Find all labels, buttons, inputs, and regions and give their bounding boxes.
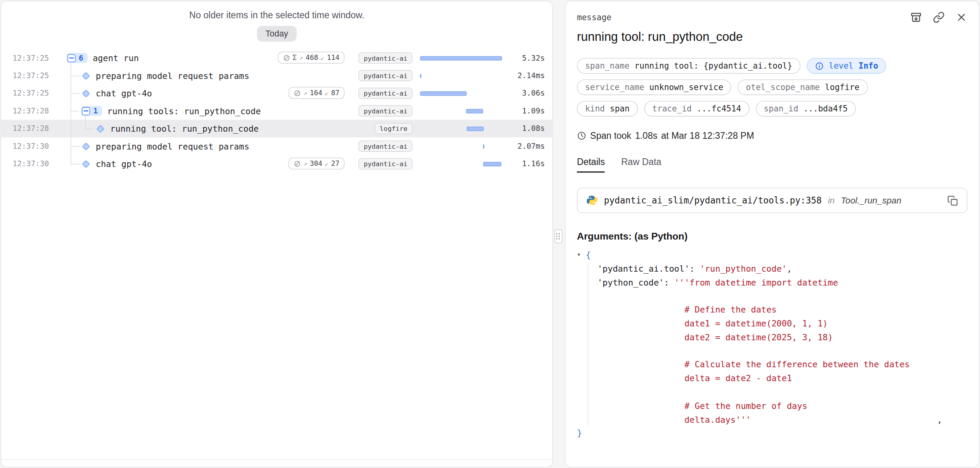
code-line: [577, 386, 967, 399]
tab-details[interactable]: Details: [577, 157, 605, 173]
code-line: 'pydantic_ai.tool': 'run_python_code',: [577, 262, 967, 276]
tokens-icon: [293, 160, 301, 167]
collapse-minus-icon: [67, 54, 76, 62]
arguments-heading: Arguments: (as Python): [577, 230, 967, 242]
timeline-bar: [467, 127, 484, 131]
attr-pill: span_id...bda4f5: [756, 101, 856, 117]
close-icon[interactable]: [955, 12, 967, 23]
span-took-prefix: Span took: [590, 130, 632, 140]
code-location-card: pydantic_ai_slim/pydantic_ai/tools.py:35…: [577, 188, 967, 213]
output-tokens-arrow-icon: ↙: [325, 160, 329, 167]
row-duration: 1.16s: [508, 159, 545, 168]
code-line: # Calculate the difference between the d…: [577, 358, 967, 372]
timeline-track: [420, 161, 502, 167]
timeline-bar: [420, 73, 421, 78]
span-diamond-icon: [82, 142, 90, 150]
row-tree-cell: 1running tools: run_python_code: [81, 106, 261, 116]
today-button[interactable]: Today: [257, 26, 297, 42]
span-name: running tool: run_python_code: [110, 123, 258, 133]
output-tokens-arrow-icon: ↙: [321, 54, 325, 61]
empty-notice: No older items in the selected time wind…: [1, 10, 552, 20]
archive-icon[interactable]: [910, 12, 922, 23]
span-name: chat gpt-4o: [96, 159, 152, 169]
row-tree-cell: running tool: run_python_code: [96, 123, 258, 133]
span-duration-line: Span took 1.08s at Mar 18 12:37:28 PM: [577, 130, 967, 140]
attr-pill: levelInfo: [807, 58, 886, 74]
copy-icon: [947, 195, 958, 206]
collapse-toggle[interactable]: 6: [67, 53, 88, 63]
info-icon: [815, 61, 824, 70]
timeline-track: [420, 126, 502, 131]
row-duration: 2.14ms: [508, 71, 545, 80]
token-badge: ↗304↙27: [288, 158, 345, 170]
child-count: 6: [79, 54, 83, 62]
attr-pill: trace_id...fc4514: [644, 101, 749, 117]
attr-key: level: [829, 61, 854, 71]
sum-icon: Σ: [293, 54, 297, 62]
tree-connector-line: [71, 76, 80, 77]
attr-key: span_id: [764, 104, 798, 113]
trace-row[interactable]: 12:37:30preparing model request paramspy…: [1, 137, 552, 155]
collapse-caret-icon[interactable]: ▾: [577, 247, 586, 261]
attr-key: trace_id: [652, 104, 691, 113]
trace-row[interactable]: 12:37:25chat gpt-4o↗164↙87pydantic-ai3.0…: [1, 84, 552, 102]
scope-tag: pydantic-ai: [359, 105, 413, 117]
tree-connector-line: [71, 164, 80, 165]
timeline-track: [420, 143, 502, 149]
trace-row[interactable]: 12:37:25preparing model request paramspy…: [1, 67, 552, 84]
code-line: # Define the dates: [577, 303, 967, 317]
tokens-icon: [293, 89, 301, 97]
span-name: preparing model request params: [96, 141, 249, 151]
panel-resize-handle[interactable]: [554, 229, 563, 243]
attr-pills-row: service_nameunknown_serviceotel_scope_na…: [577, 79, 967, 95]
row-tree-cell: preparing model request params: [81, 71, 249, 81]
trace-panel: No older items in the selected time wind…: [1, 1, 553, 468]
link-icon[interactable]: [933, 12, 945, 23]
attr-value: Info: [858, 61, 878, 71]
logfire-live-view: No older items in the selected time wind…: [0, 0, 980, 468]
scope-tag-cell: logfire: [352, 123, 413, 134]
today-button-wrap: Today: [1, 26, 552, 42]
attr-value: running tool: {pydantic_ai.tool}: [635, 61, 792, 71]
span-title: running tool: run_python_code: [577, 30, 967, 44]
code-line: 'python_code': '''from datetime import d…: [577, 276, 967, 290]
code-line: date1 = datetime(2000, 1, 1): [577, 317, 967, 331]
code-line: [577, 290, 967, 303]
span-took-duration: 1.08s: [635, 130, 657, 140]
row-duration: 2.07ms: [508, 142, 545, 150]
scope-tag: logfire: [375, 123, 413, 134]
scope-tag: pydantic-ai: [359, 70, 413, 81]
output-tokens-count: 27: [331, 159, 339, 168]
scope-tag: pydantic-ai: [359, 158, 413, 170]
span-diamond-icon: [82, 160, 90, 168]
code-line: date2 = datetime(2025, 3, 18): [577, 331, 967, 345]
trace-row[interactable]: 12:37:281running tools: run_python_codep…: [1, 102, 552, 119]
scope-tag: pydantic-ai: [359, 52, 413, 64]
trace-row[interactable]: 12:37:256agent runΣ↗468↙114pydantic-ai5.…: [1, 49, 552, 67]
output-tokens-count: 114: [327, 54, 340, 62]
row-tree-cell: preparing model request params: [81, 141, 249, 151]
record-kind-label: message: [577, 13, 611, 22]
tab-raw-data[interactable]: Raw Data: [621, 157, 661, 173]
attr-pills-row: kindspantrace_id...fc4514span_id...bda4f…: [577, 101, 967, 117]
scope-tag-cell: pydantic-ai: [352, 105, 413, 117]
code-line: # Get the number of days: [577, 399, 967, 413]
span-took-suffix: at Mar 18 12:37:28 PM: [661, 130, 754, 140]
scope-tag: pydantic-ai: [359, 88, 413, 99]
copy-button[interactable]: [947, 195, 958, 206]
input-tokens-arrow-icon: ↗: [299, 54, 303, 61]
trace-row[interactable]: 12:37:28running tool: run_python_codelog…: [1, 120, 552, 137]
row-duration: 3.06s: [508, 89, 545, 98]
tree-connector-line: [71, 146, 80, 147]
badge-cell: ↗304↙27: [288, 158, 345, 170]
token-badge: Σ↗468↙114: [278, 52, 345, 64]
attr-pill: kindspan: [577, 101, 638, 117]
collapse-minus-icon: [82, 107, 90, 115]
collapse-toggle[interactable]: 1: [81, 106, 102, 116]
attr-pills: span_namerunning tool: {pydantic_ai.tool…: [577, 58, 967, 117]
code-location-path: pydantic_ai_slim/pydantic_ai/tools.py:35…: [604, 195, 822, 205]
attr-pill: service_nameunknown_service: [577, 79, 731, 95]
span-name: chat gpt-4o: [96, 88, 152, 98]
code-line: [577, 344, 967, 358]
trace-row[interactable]: 12:37:30chat gpt-4o↗304↙27pydantic-ai1.1…: [1, 155, 552, 173]
